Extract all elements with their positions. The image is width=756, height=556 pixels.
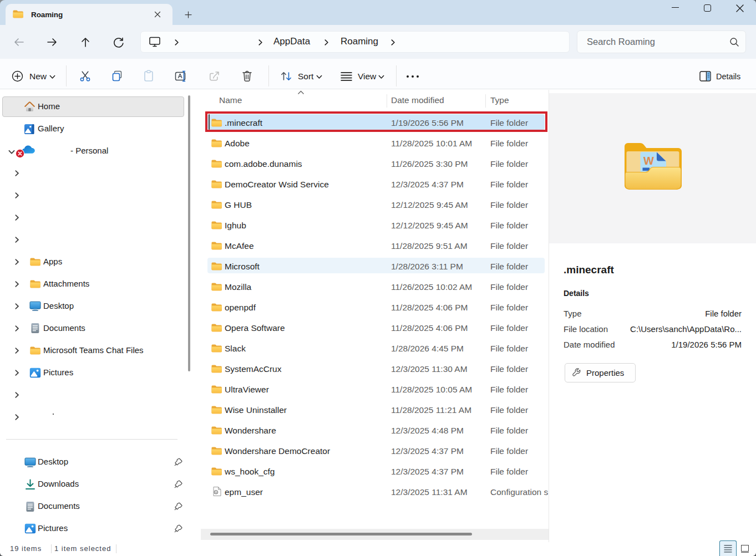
svg-text:W: W xyxy=(643,155,654,167)
